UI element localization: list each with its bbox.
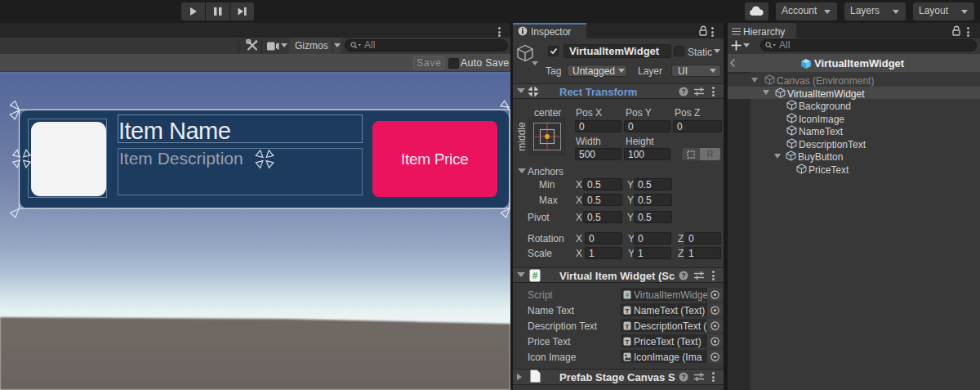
svg-text:T: T xyxy=(626,307,630,315)
svg-text:?: ? xyxy=(681,373,686,381)
svg-text:T: T xyxy=(626,323,630,330)
svg-text:#: # xyxy=(626,291,630,299)
svg-text:?: ? xyxy=(681,87,686,96)
svg-text:?: ? xyxy=(681,271,686,280)
svg-text:T: T xyxy=(626,338,630,346)
svg-text:#: # xyxy=(532,271,537,280)
